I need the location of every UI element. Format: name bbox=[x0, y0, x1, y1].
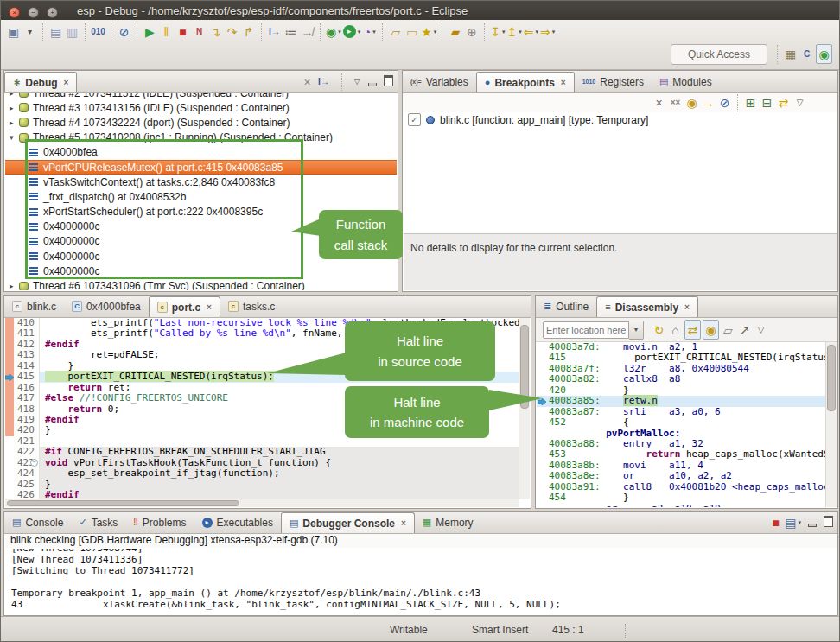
run-icon[interactable]: ▸▾ bbox=[343, 22, 361, 41]
tab-blink-c[interactable]: cblink.c bbox=[4, 296, 64, 317]
step-into-icon[interactable]: ↴ bbox=[208, 22, 223, 41]
tab-outline[interactable]: ≣Outline bbox=[536, 296, 596, 317]
view-menu-icon[interactable]: ▽ bbox=[754, 321, 768, 339]
tab-memory[interactable]: ▦Memory bbox=[415, 512, 481, 533]
debug-icon[interactable]: ◉▾ bbox=[326, 22, 341, 41]
use-step-filters-icon[interactable]: ↛ bbox=[300, 22, 315, 41]
binary-console-icon[interactable]: 010 bbox=[91, 22, 105, 41]
profile-icon[interactable]: ◔▾ bbox=[362, 22, 377, 41]
tab-disassembly[interactable]: ≡Disassembly× bbox=[596, 296, 698, 317]
expand-all-icon[interactable]: ⊞ bbox=[743, 94, 758, 112]
view-menu-icon[interactable]: ▽ bbox=[792, 94, 807, 112]
close-icon[interactable]: × bbox=[207, 302, 212, 312]
show-debug-columns-icon[interactable]: ≔ bbox=[283, 22, 298, 41]
tab-0x4000bfea[interactable]: C0x4000bfea bbox=[64, 296, 149, 317]
location-dropdown-icon[interactable]: ▼ bbox=[629, 321, 644, 340]
tab-port-c[interactable]: cport.c× bbox=[149, 296, 220, 317]
dropdown-icon[interactable]: ▾ bbox=[552, 29, 556, 35]
terminate-console-icon[interactable]: ■ bbox=[768, 513, 783, 531]
mark-occurrences-icon[interactable]: ▰ bbox=[448, 22, 462, 41]
refresh-icon[interactable]: ↻ bbox=[652, 321, 666, 339]
step-over-icon[interactable]: ↷ bbox=[225, 22, 239, 41]
instruction-stepping-toggle-icon[interactable]: i→ bbox=[316, 73, 331, 91]
close-button[interactable]: × bbox=[9, 7, 20, 18]
maximize-button[interactable]: + bbox=[47, 7, 58, 18]
remove-terminated-icon[interactable]: × bbox=[300, 73, 315, 91]
search-icon[interactable]: ★▾ bbox=[421, 22, 436, 41]
expander-icon[interactable]: ▾ bbox=[10, 133, 19, 142]
thread-row[interactable]: ▸Thread #2 1073411512 (IDLE) (Suspended … bbox=[5, 93, 397, 100]
new-wizard-icon[interactable]: ▣ bbox=[6, 22, 21, 41]
scroll-thumb[interactable] bbox=[7, 500, 239, 506]
close-icon[interactable]: × bbox=[401, 518, 406, 528]
dropdown-icon[interactable]: ▾ bbox=[519, 29, 522, 35]
fold-icon[interactable]: − bbox=[30, 459, 38, 467]
step-return-icon[interactable]: ↱ bbox=[241, 22, 256, 41]
save-all-icon[interactable]: ▥ bbox=[65, 22, 80, 41]
collapse-all-icon[interactable]: ⊟ bbox=[760, 94, 774, 112]
tab-registers[interactable]: 1010Registers bbox=[575, 71, 652, 92]
quick-access-button[interactable]: Quick Access bbox=[671, 44, 767, 65]
tab-debug[interactable]: ∗ Debug × bbox=[4, 72, 77, 92]
editor-horizontal-scrollbar[interactable] bbox=[5, 499, 519, 507]
show-breakpoints-for-icon[interactable]: ◉ bbox=[684, 94, 699, 112]
expander-icon[interactable]: ▸ bbox=[10, 104, 19, 112]
thread-row[interactable]: ▸Thread #4 1073432224 (dport) (Suspended… bbox=[5, 115, 397, 130]
dropdown-icon[interactable]: ▾ bbox=[502, 29, 506, 35]
breakpoint-row[interactable]: ✓ blink.c [function: app_main] [type: Te… bbox=[408, 113, 648, 126]
open-element-icon[interactable]: ▱ bbox=[388, 22, 403, 41]
minimize-button[interactable]: − bbox=[28, 7, 39, 18]
annotation-icon[interactable]: ⊕ bbox=[464, 22, 479, 41]
tab-console[interactable]: ▤Console bbox=[4, 512, 71, 533]
skip-all-breakpoints-icon[interactable]: ⊘ bbox=[117, 22, 131, 41]
track-expression-icon[interactable]: ◉ bbox=[703, 320, 719, 340]
sync-with-pc-icon[interactable]: ⇄ bbox=[684, 320, 701, 340]
expander-icon[interactable]: ▸ bbox=[10, 93, 19, 98]
thread-row[interactable]: ▸Thread #6 1073431096 (Tmr Svc) (Suspend… bbox=[5, 278, 397, 290]
disassembly-listing[interactable]: 40083a7d: movi.n a2, 1415 portEXIT_CRITI… bbox=[537, 342, 825, 507]
new-view-icon[interactable]: ▱ bbox=[721, 321, 735, 339]
skip-breakpoints-icon[interactable]: ⊘ bbox=[717, 94, 732, 112]
thread-row[interactable]: ▸Thread #3 1073413156 (IDLE) (Suspended … bbox=[5, 100, 397, 115]
dropdown-icon[interactable]: ▾ bbox=[798, 519, 801, 526]
terminate-icon[interactable]: ■ bbox=[175, 22, 190, 41]
tab-problems[interactable]: ‼Problems bbox=[125, 512, 194, 533]
dropdown-icon[interactable]: ▾ bbox=[434, 29, 437, 35]
close-icon[interactable]: × bbox=[561, 78, 566, 87]
forward-icon[interactable]: ⇒▾ bbox=[540, 22, 555, 41]
tab-breakpoints[interactable]: ●Breakpoints× bbox=[476, 72, 575, 92]
console-output[interactable]: [New Thread 1073468744] [New Thread 1073… bbox=[5, 549, 837, 614]
maximize-icon[interactable] bbox=[383, 77, 393, 86]
display-console-icon[interactable]: ▤▾ bbox=[785, 513, 801, 531]
scroll-thumb[interactable] bbox=[827, 345, 836, 411]
open-perspective-icon[interactable]: ▦ bbox=[783, 45, 798, 63]
tab-modules[interactable]: ▤Modules bbox=[652, 71, 720, 92]
remove-breakpoint-icon[interactable]: × bbox=[652, 94, 666, 112]
new-wizard-menu-icon[interactable]: ▾ bbox=[22, 22, 37, 41]
tab-tasks[interactable]: ✓Tasks bbox=[71, 512, 125, 533]
save-icon[interactable]: ▤ bbox=[48, 22, 63, 41]
resume-icon[interactable]: ▶ bbox=[143, 22, 157, 41]
cpp-perspective-icon[interactable]: C bbox=[799, 45, 814, 63]
minimize-icon[interactable] bbox=[807, 518, 818, 527]
open-new-icon[interactable]: ↗ bbox=[737, 321, 752, 339]
expander-icon[interactable]: ▸ bbox=[10, 118, 19, 127]
breakpoint-checkbox[interactable]: ✓ bbox=[408, 113, 421, 126]
tab-debugger-console[interactable]: ▤Debugger Console× bbox=[281, 512, 415, 533]
debug-perspective-icon[interactable]: ◉ bbox=[816, 44, 832, 64]
dropdown-icon[interactable]: ▾ bbox=[536, 29, 539, 35]
tab-executables[interactable]: ▸Executables bbox=[194, 512, 281, 533]
dropdown-icon[interactable]: ▾ bbox=[338, 29, 341, 35]
open-resource-icon[interactable]: ▭ bbox=[404, 22, 419, 41]
link-with-debug-icon[interactable]: ⇄ bbox=[776, 94, 791, 112]
location-input[interactable] bbox=[543, 321, 629, 339]
close-icon[interactable]: × bbox=[684, 302, 690, 312]
tab-variables[interactable]: (x)=Variables bbox=[403, 71, 476, 92]
back-icon[interactable]: ⇐▾ bbox=[524, 22, 538, 41]
disasm-vertical-scrollbar[interactable] bbox=[825, 342, 837, 507]
close-icon[interactable]: × bbox=[64, 78, 69, 87]
disconnect-icon[interactable]: N bbox=[192, 22, 207, 41]
instruction-stepping-icon[interactable]: i→ bbox=[267, 22, 282, 41]
suspend-icon[interactable]: ‖ bbox=[159, 22, 174, 41]
last-edit-location-icon[interactable]: ↧▾ bbox=[490, 22, 505, 41]
